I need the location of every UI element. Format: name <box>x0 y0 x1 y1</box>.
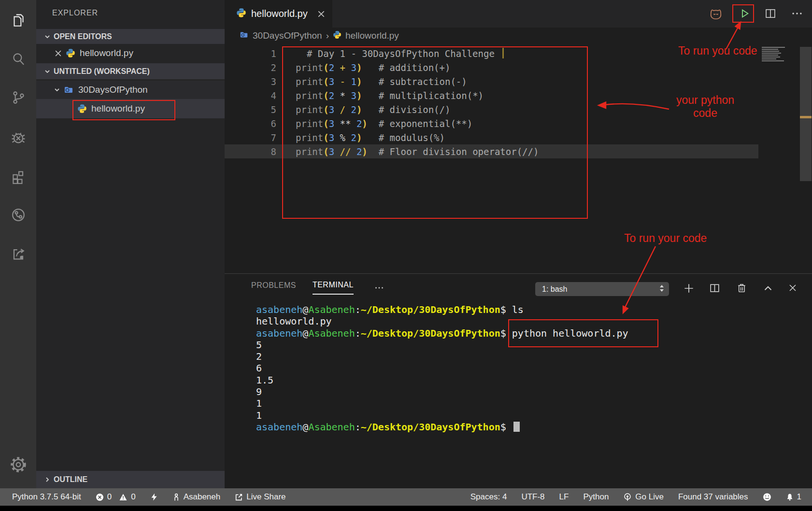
share-icon[interactable] <box>0 238 36 269</box>
terminal-line: asabeneh@Asabeneh:~/Desktop/30DaysOfPyth… <box>256 421 628 433</box>
warning-icon <box>119 493 128 501</box>
select-arrows-icon <box>659 284 664 295</box>
annotation-boxed-command: python helloworld.py <box>512 327 628 339</box>
explorer-sidebar: EXPLORER OPEN EDITORS helloworld.py UNTI… <box>36 0 225 488</box>
terminal-line: 1 <box>256 397 628 409</box>
python-file-icon <box>236 8 246 20</box>
python-file-icon <box>66 48 75 58</box>
annotation-run-terminal: To run your code <box>624 232 721 245</box>
status-language[interactable]: Python <box>583 492 609 502</box>
chevron-down-icon <box>44 33 51 40</box>
terminal-line: 2 <box>256 351 628 362</box>
panel: PROBLEMS TERMINAL 1: bash asabeneh@ <box>225 273 812 488</box>
terminal-line: asabeneh@Asabeneh:~/Desktop/30DaysOfPyth… <box>256 327 628 339</box>
status-eol[interactable]: LF <box>559 492 569 502</box>
status-bar: Python 3.7.5 64-bit 0 0 Asabeneh Live Sh… <box>0 488 812 506</box>
tab-title: helloworld.py <box>251 8 308 19</box>
annotation-box-sidebar-file <box>72 100 175 120</box>
breadcrumb-separator: › <box>326 30 329 41</box>
terminal-line: asabeneh@Asabeneh:~/Desktop/30DaysOfPyth… <box>256 304 628 315</box>
activity-bar <box>0 0 36 488</box>
workspace-folder-icon <box>63 85 74 95</box>
person-icon <box>172 493 180 501</box>
breadcrumb-folder[interactable]: 30DaysOfPython <box>253 30 322 41</box>
status-spaces[interactable]: Spaces: 4 <box>470 492 507 502</box>
explorer-icon[interactable] <box>0 5 36 36</box>
annotation-run-top: To run you code <box>678 44 765 57</box>
breadcrumb-file[interactable]: helloworld.py <box>345 30 399 41</box>
chevron-down-icon <box>44 68 51 75</box>
status-encoding[interactable]: UTF-8 <box>521 492 544 502</box>
status-feedback[interactable] <box>763 493 771 501</box>
outline-header[interactable]: OUTLINE <box>36 471 225 488</box>
broadcast-icon <box>623 493 632 501</box>
status-lightning[interactable] <box>150 493 158 501</box>
annotation-box-code <box>282 46 588 219</box>
extensions-icon[interactable] <box>0 161 36 192</box>
kill-terminal-icon[interactable] <box>736 282 748 294</box>
settings-gear-icon[interactable] <box>0 449 36 480</box>
chevron-right-icon <box>44 476 51 483</box>
chevron-down-icon <box>54 86 60 93</box>
annotation-your-python-code: your python code <box>667 94 744 120</box>
tab-terminal[interactable]: TERMINAL <box>313 281 354 295</box>
live-share-icon[interactable] <box>0 199 36 230</box>
terminal-line: 9 <box>256 386 628 397</box>
new-terminal-icon[interactable] <box>683 282 695 295</box>
lightning-icon <box>150 493 158 501</box>
workspace-header[interactable]: UNTITLED (WORKSPACE) <box>36 63 225 79</box>
status-problems[interactable]: 0 0 <box>96 492 136 502</box>
breadcrumb[interactable]: 30DaysOfPython › helloworld.py <box>239 28 399 44</box>
smiley-icon <box>763 493 771 501</box>
folder-name: 30DaysOfPython <box>78 85 148 95</box>
panel-more-icon[interactable] <box>373 282 385 294</box>
folder-icon <box>239 30 249 42</box>
status-go-live[interactable]: Go Live <box>623 492 664 502</box>
python-file-icon <box>333 30 342 42</box>
split-editor-icon[interactable] <box>762 4 779 23</box>
open-editor-item[interactable]: helloworld.py <box>36 44 225 62</box>
terminal-output[interactable]: asabeneh@Asabeneh:~/Desktop/30DaysOfPyth… <box>256 304 628 433</box>
status-live-share[interactable]: Live Share <box>235 492 285 502</box>
overview-ruler-mark <box>800 116 812 118</box>
close-panel-icon[interactable] <box>787 282 798 294</box>
more-actions-icon[interactable] <box>789 4 805 23</box>
bell-icon <box>786 493 794 501</box>
sidebar-title: EXPLORER <box>52 9 98 17</box>
maximize-panel-icon[interactable] <box>762 282 774 295</box>
debug-icon[interactable] <box>0 122 36 153</box>
tab-problems[interactable]: PROBLEMS <box>251 281 296 294</box>
search-icon[interactable] <box>0 43 36 74</box>
split-terminal-icon[interactable] <box>709 282 721 294</box>
open-editors-header[interactable]: OPEN EDITORS <box>36 29 225 44</box>
folder-item[interactable]: 30DaysOfPython <box>36 81 225 99</box>
tab-strip: helloworld.py <box>225 0 812 28</box>
status-python-version[interactable]: Python 3.7.5 64-bit <box>12 492 81 502</box>
cat-icon[interactable] <box>708 4 724 23</box>
status-found-variables[interactable]: Found 37 variables <box>678 492 748 502</box>
source-control-icon[interactable] <box>0 82 36 113</box>
terminal-line: 6 <box>256 362 628 374</box>
close-icon[interactable] <box>55 50 62 57</box>
status-user[interactable]: Asabeneh <box>172 492 221 502</box>
vscode-window: EXPLORER OPEN EDITORS helloworld.py UNTI… <box>0 0 812 511</box>
terminal-cursor <box>513 422 520 432</box>
close-icon[interactable] <box>317 10 325 18</box>
open-editor-filename: helloworld.py <box>80 48 133 58</box>
minimap[interactable] <box>762 47 786 62</box>
error-icon <box>96 493 104 501</box>
terminal-line: 1 <box>256 410 628 421</box>
tab-helloworld[interactable]: helloworld.py <box>225 0 332 28</box>
shell-selector[interactable]: 1: bash <box>535 282 669 296</box>
live-share-icon <box>235 493 243 501</box>
terminal-line: 1.5 <box>256 374 628 386</box>
annotation-box-run-button <box>732 4 754 23</box>
status-notifications[interactable]: 1 <box>786 492 801 502</box>
editor-scrollbar[interactable] <box>800 47 812 181</box>
